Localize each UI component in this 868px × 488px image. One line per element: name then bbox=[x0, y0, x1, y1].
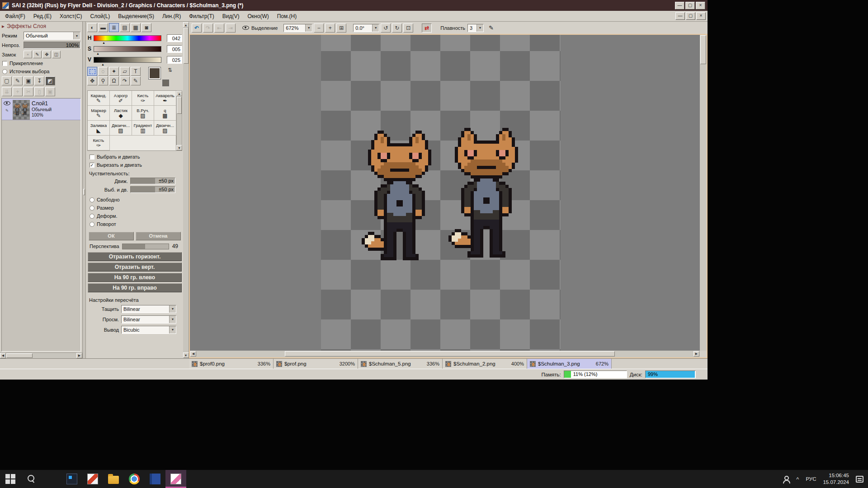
lock-pencil-icon[interactable]: ✎ bbox=[33, 51, 42, 58]
sai2-taskbar-button[interactable] bbox=[165, 470, 186, 488]
menu-item[interactable]: Выделение(S) bbox=[114, 12, 158, 21]
zoom-tool[interactable]: ⚲ bbox=[98, 76, 108, 85]
zoom-in-button[interactable]: + bbox=[325, 23, 335, 33]
redo-button[interactable]: ↷ bbox=[203, 23, 213, 33]
chevron-down-icon[interactable]: ▼ bbox=[476, 24, 483, 32]
user-icon[interactable] bbox=[782, 475, 789, 483]
smoothing-combo[interactable]: 3 ▼ bbox=[467, 24, 484, 32]
pin-option[interactable]: Прикрепление bbox=[0, 59, 82, 67]
menu-item[interactable]: Слой(L) bbox=[86, 12, 114, 21]
transform-button[interactable]: Отразить горизонт. bbox=[88, 252, 182, 261]
lock-fill-icon[interactable]: ◫ bbox=[52, 51, 61, 58]
canvas-viewport[interactable] bbox=[190, 35, 700, 351]
vertical-scrollbar[interactable] bbox=[700, 35, 707, 351]
file-tab[interactable]: $prof0.png336% bbox=[189, 359, 274, 369]
brush-cell[interactable]: Аэрогр✐ bbox=[110, 91, 132, 106]
flip-horizontal-button[interactable]: ⇄ bbox=[422, 23, 432, 33]
layer-panel-scrollbar[interactable]: ◀ ▶ bbox=[0, 352, 82, 358]
lock-move-icon[interactable]: ✥ bbox=[42, 51, 51, 58]
transform-radio-option[interactable]: Размер bbox=[87, 204, 182, 212]
zoom-out-button[interactable]: − bbox=[314, 23, 324, 33]
select-and-move-option[interactable]: Выбрать и двигать bbox=[87, 153, 182, 161]
brush-cell[interactable]: Маркер✎ bbox=[88, 106, 110, 121]
menu-item[interactable]: Ред.(E) bbox=[29, 12, 56, 21]
hue-slider[interactable]: ▲ bbox=[94, 35, 161, 41]
color-wheel-icon[interactable]: ◐ bbox=[87, 23, 97, 32]
add-icon[interactable]: + bbox=[13, 87, 23, 96]
menu-item[interactable]: Вид(V) bbox=[218, 12, 244, 21]
opacity-slider[interactable]: 100% bbox=[24, 42, 80, 49]
new-canvas-icon[interactable]: ▢ bbox=[2, 76, 12, 85]
paint-app-taskbar-button[interactable] bbox=[82, 470, 103, 488]
rotate-ccw-button[interactable]: ↺ bbox=[381, 23, 391, 33]
layer-mask-icon[interactable]: ◩ bbox=[45, 76, 55, 85]
language-indicator[interactable]: РУС bbox=[806, 476, 816, 482]
scroll-up-icon[interactable]: ▲ bbox=[183, 22, 189, 28]
menu-item[interactable]: Пом.(H) bbox=[273, 12, 301, 21]
move-sensitivity-slider[interactable]: ±50 px bbox=[130, 178, 175, 184]
transform-radio-option[interactable]: Свободно bbox=[87, 196, 182, 204]
checkbox-checked-icon[interactable]: ✓ bbox=[90, 163, 94, 168]
radio-icon[interactable] bbox=[90, 206, 94, 211]
brush-cell[interactable]: Двоичн...▨ bbox=[154, 121, 176, 136]
restore-button[interactable]: ▢ bbox=[685, 2, 695, 9]
brush-cell[interactable]: Градиент▥ bbox=[132, 121, 154, 136]
radio-icon[interactable] bbox=[2, 69, 7, 74]
merge-down-icon[interactable]: ⇊ bbox=[2, 87, 12, 96]
chevron-down-icon[interactable]: ▼ bbox=[169, 305, 176, 313]
slider-marker-icon[interactable]: ▲ bbox=[96, 52, 99, 55]
brush-cell[interactable]: Ластик◆ bbox=[110, 106, 132, 121]
primary-color-swatch[interactable] bbox=[149, 67, 160, 79]
angle-reset-button[interactable]: ⊡ bbox=[403, 23, 413, 33]
history-start-button[interactable]: ⇤ bbox=[214, 23, 224, 33]
color-sliders-icon[interactable]: ≣ bbox=[109, 23, 119, 32]
chevron-down-icon[interactable]: ▼ bbox=[169, 326, 176, 333]
minimize-button[interactable]: — bbox=[675, 2, 684, 9]
magic-wand-tool[interactable]: ✦ bbox=[109, 67, 119, 76]
brush-cell[interactable]: Двоичн...▨ bbox=[110, 121, 132, 136]
menu-item[interactable]: Фильтр(T) bbox=[185, 12, 218, 21]
mdi-minimize-button[interactable]: — bbox=[675, 12, 685, 20]
lasso-tool[interactable]: ◌ bbox=[98, 67, 108, 76]
collapse-arrow-icon[interactable]: ▸ bbox=[2, 23, 5, 29]
scrollbar-thumb[interactable] bbox=[177, 97, 182, 114]
radio-icon[interactable] bbox=[90, 197, 94, 202]
text-tool[interactable]: T bbox=[131, 67, 141, 76]
start-button-taskbar-button[interactable] bbox=[0, 470, 21, 488]
scroll-right-icon[interactable]: ▶ bbox=[693, 351, 699, 357]
new-folder-icon[interactable]: ▣ bbox=[24, 76, 33, 85]
radio-icon[interactable] bbox=[90, 222, 94, 227]
scroll-down-icon[interactable]: ▼ bbox=[176, 145, 182, 150]
clock[interactable]: 15:06:45 15.07.2024 bbox=[823, 472, 849, 486]
chevron-down-icon[interactable]: ▼ bbox=[169, 316, 176, 323]
scrollbar-thumb[interactable] bbox=[6, 353, 33, 358]
zoom-reset-button[interactable]: ⊞ bbox=[336, 23, 346, 33]
document-app-taskbar-button[interactable] bbox=[145, 470, 165, 488]
splitter-handle[interactable] bbox=[83, 189, 85, 195]
scrollbar-thumb[interactable] bbox=[700, 35, 706, 64]
cut-and-move-option[interactable]: ✓ Вырезать и двигать bbox=[87, 161, 182, 169]
file-tab[interactable]: $Schulman_3.png672% bbox=[527, 359, 612, 369]
mdi-close-button[interactable]: × bbox=[696, 12, 706, 20]
layer-row[interactable]: ✎ Слой1 Обычный 100% bbox=[2, 99, 80, 120]
scroll-up-icon[interactable]: ▲ bbox=[176, 91, 182, 96]
scroll-right-icon[interactable]: ▶ bbox=[76, 353, 82, 358]
delete-layer-icon[interactable]: ▯ bbox=[34, 87, 44, 96]
undo-button[interactable]: ↶ bbox=[192, 23, 202, 33]
selection-visibility-icon[interactable] bbox=[242, 25, 249, 30]
scroll-left-icon[interactable]: ◀ bbox=[190, 351, 196, 357]
selection-source-option[interactable]: Источник выбора bbox=[0, 67, 82, 75]
scroll-down-icon[interactable]: ▼ bbox=[183, 352, 189, 358]
chrome-taskbar-button[interactable] bbox=[124, 470, 145, 488]
mdi-restore-button[interactable]: ▢ bbox=[686, 12, 695, 20]
notification-icon[interactable] bbox=[856, 476, 863, 483]
resample-combo[interactable]: Bilinear▼ bbox=[121, 315, 176, 324]
file-tab[interactable]: $prof.png3200% bbox=[274, 359, 358, 369]
checkbox-icon[interactable] bbox=[90, 155, 94, 160]
perspective-slider[interactable] bbox=[122, 244, 169, 249]
brush-scrollbar[interactable]: ▲ ▼ bbox=[176, 90, 182, 151]
transfer-down-icon[interactable]: ↧ bbox=[34, 76, 44, 85]
rotate-canvas-tool[interactable]: Ω bbox=[109, 76, 119, 85]
panel-splitter[interactable] bbox=[83, 22, 86, 358]
tray-expand-icon[interactable]: ^ bbox=[796, 476, 799, 483]
